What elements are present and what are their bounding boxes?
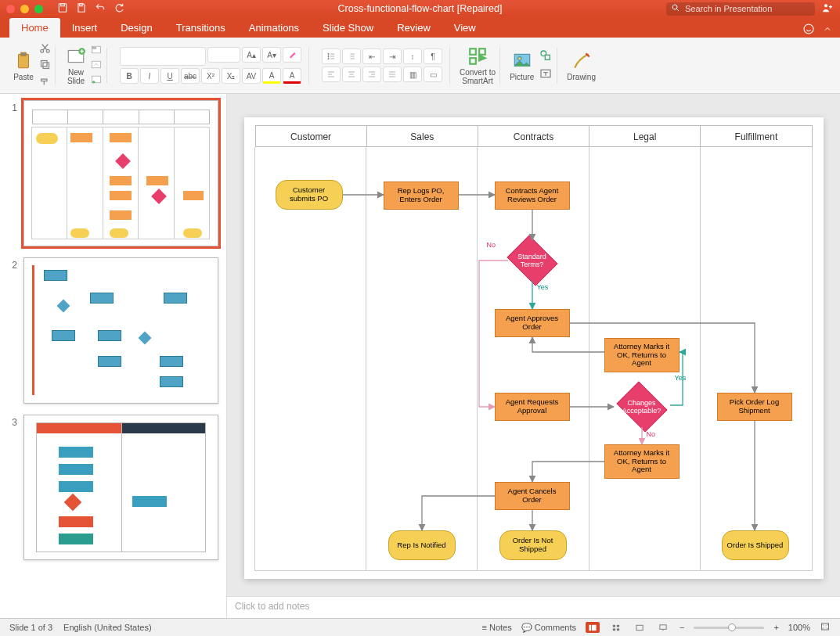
slide-canvas[interactable]: Customer Sales Contracts Legal Fulfillme…	[244, 117, 824, 579]
save-alt-icon[interactable]	[76, 2, 87, 16]
section-icon[interactable]	[90, 74, 103, 87]
zoom-level[interactable]: 100%	[788, 623, 810, 632]
process-attorney-1[interactable]: Attorney Marks it OK, Returns to Agent	[604, 338, 680, 372]
tab-animations[interactable]: Animations	[237, 18, 311, 38]
paste-icon[interactable]	[13, 50, 34, 72]
line-spacing-icon[interactable]: ↕	[403, 49, 422, 64]
search-input[interactable]	[685, 4, 810, 13]
picture-icon[interactable]	[511, 50, 533, 72]
font-size-select[interactable]	[207, 47, 240, 63]
maximize-window-button[interactable]	[34, 5, 43, 13]
search-box[interactable]	[666, 2, 815, 16]
bullets-icon[interactable]	[322, 49, 341, 64]
terminator-rep-notified[interactable]: Rep Is Notified	[388, 530, 456, 560]
slide-thumbnail-3[interactable]	[23, 415, 218, 561]
process-contracts-reviews[interactable]: Contracts Agent Reviews Order	[495, 181, 570, 210]
reading-view-icon[interactable]	[633, 622, 647, 633]
tab-transitions[interactable]: Transitions	[164, 18, 237, 38]
picture-group: Picture	[505, 41, 557, 90]
align-right-icon[interactable]	[362, 66, 381, 82]
process-agent-cancels[interactable]: Agent Cancels Order	[495, 482, 570, 510]
sorter-view-icon[interactable]	[609, 622, 623, 633]
increase-font-icon[interactable]: A▴	[242, 47, 261, 63]
indent-left-icon[interactable]: ⇤	[362, 49, 381, 64]
terminator-customer-submits[interactable]: Customer submits PO	[276, 180, 343, 210]
decrease-font-icon[interactable]: A▾	[262, 47, 281, 63]
process-pick-order[interactable]: Pick Order Log Shipment	[717, 393, 792, 421]
subscript-button[interactable]: X₂	[222, 68, 240, 84]
redo-icon[interactable]	[114, 2, 124, 16]
feedback-icon[interactable]	[802, 23, 815, 38]
char-spacing-icon[interactable]: AV	[242, 68, 261, 84]
process-agent-requests[interactable]: Agent Requests Approval	[495, 393, 570, 421]
copy-icon[interactable]	[39, 59, 51, 73]
decision-standard-terms[interactable]: Standard Terms?	[504, 239, 561, 282]
slide-thumbnail-2[interactable]	[23, 257, 218, 404]
comments-toggle[interactable]: 💬 Comments	[521, 623, 576, 633]
align-center-icon[interactable]	[342, 66, 361, 82]
notes-toggle[interactable]: ≡ Notes	[482, 623, 512, 632]
layout-icon[interactable]	[90, 45, 103, 57]
justify-icon[interactable]	[383, 66, 402, 82]
clear-format-icon[interactable]	[283, 47, 301, 63]
minimize-window-button[interactable]	[20, 5, 29, 13]
new-slide-icon[interactable]	[65, 45, 87, 67]
zoom-slider[interactable]	[694, 627, 764, 629]
tab-home[interactable]: Home	[9, 18, 60, 38]
tab-insert[interactable]: Insert	[60, 18, 110, 38]
notes-pane[interactable]: Click to add notes	[227, 596, 840, 618]
superscript-button[interactable]: X²	[201, 68, 220, 84]
lane-header: Sales	[367, 126, 478, 146]
indent-right-icon[interactable]: ⇥	[383, 49, 402, 64]
reset-icon[interactable]	[90, 59, 103, 72]
slide-counter[interactable]: Slide 1 of 3	[9, 623, 52, 632]
svg-point-19	[328, 53, 330, 55]
underline-button[interactable]: U	[160, 68, 179, 84]
process-agent-approves[interactable]: Agent Approves Order	[495, 309, 570, 337]
columns-icon[interactable]: ▥	[403, 66, 422, 82]
slideshow-view-icon[interactable]	[656, 622, 670, 633]
collapse-ribbon-icon[interactable]	[823, 24, 832, 36]
numbering-icon[interactable]	[342, 49, 361, 64]
language-indicator[interactable]: English (United States)	[63, 623, 152, 632]
terminator-not-shipped[interactable]: Order Is Not Shipped	[499, 530, 567, 560]
title-bar: Cross-functional-flow-chart [Repaired]	[0, 0, 840, 17]
decision-changes-acceptable[interactable]: Changes Acceptable?	[614, 385, 670, 429]
terminator-shipped[interactable]: Order Is Shipped	[722, 530, 789, 560]
tab-design[interactable]: Design	[109, 18, 164, 38]
svg-rect-32	[613, 624, 615, 627]
tab-view[interactable]: View	[442, 18, 488, 38]
bold-button[interactable]: B	[120, 68, 139, 84]
fit-to-window-icon[interactable]	[820, 622, 831, 633]
shapes-icon[interactable]	[539, 49, 553, 64]
textbox-icon[interactable]	[539, 67, 553, 82]
highlight-icon[interactable]: A	[262, 68, 281, 84]
format-painter-icon[interactable]	[39, 75, 51, 89]
font-color-icon[interactable]: A	[283, 68, 301, 84]
align-text-icon[interactable]: ▭	[424, 66, 442, 82]
strike-button[interactable]: abc	[181, 68, 200, 84]
drawing-icon[interactable]	[571, 50, 593, 72]
text-direction-icon[interactable]: ¶	[424, 49, 442, 64]
svg-rect-7	[21, 52, 27, 56]
close-window-button[interactable]	[6, 5, 15, 13]
zoom-out-button[interactable]: −	[680, 623, 684, 632]
italic-button[interactable]: I	[140, 68, 159, 84]
tab-slideshow[interactable]: Slide Show	[311, 18, 385, 38]
share-icon[interactable]	[821, 2, 834, 16]
zoom-in-button[interactable]: +	[773, 623, 778, 632]
cut-icon[interactable]	[39, 42, 51, 56]
smartart-icon[interactable]	[467, 45, 488, 67]
svg-rect-16	[92, 61, 101, 68]
save-icon[interactable]	[57, 2, 68, 16]
align-left-icon[interactable]	[322, 66, 341, 82]
svg-rect-35	[617, 628, 619, 631]
slide-thumbnail-1[interactable]	[23, 100, 218, 246]
font-family-select[interactable]	[120, 47, 206, 66]
process-rep-logs[interactable]: Rep Logs PO, Enters Order	[384, 181, 459, 210]
normal-view-icon[interactable]	[586, 622, 600, 633]
undo-icon[interactable]	[95, 2, 106, 16]
svg-rect-37	[660, 624, 666, 629]
process-attorney-2[interactable]: Attorney Marks it OK, Returns to Agent	[604, 444, 680, 479]
tab-review[interactable]: Review	[385, 18, 442, 38]
